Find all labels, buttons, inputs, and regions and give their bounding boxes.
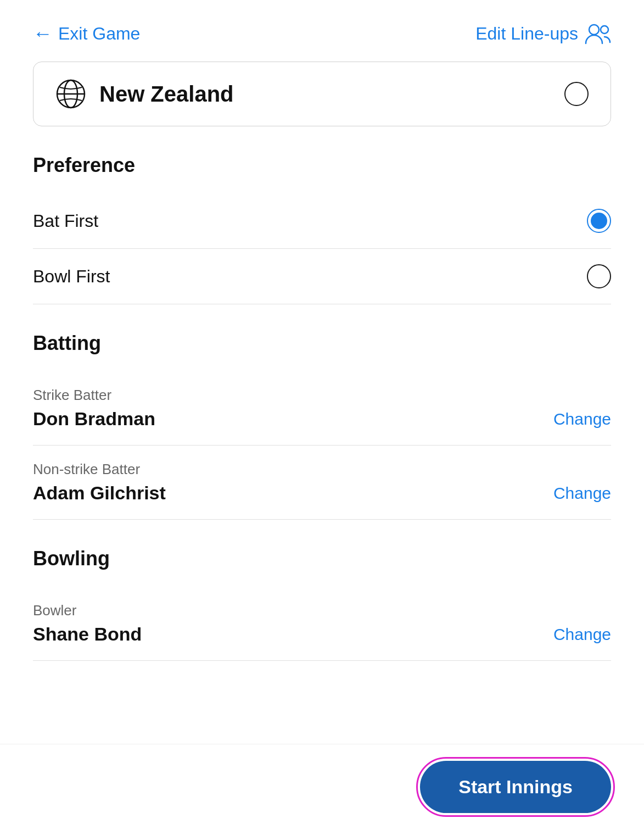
bat-first-label: Bat First xyxy=(33,211,98,231)
team-card-left: New Zealand xyxy=(55,79,234,109)
bat-first-radio[interactable] xyxy=(587,209,611,233)
preference-section: Preference Bat First Bowl First xyxy=(33,154,611,304)
batting-section: Batting Strike Batter Don Bradman Change… xyxy=(33,332,611,520)
globe-icon xyxy=(55,79,86,109)
edit-lineups-button[interactable]: Edit Line-ups xyxy=(475,23,611,44)
bowl-first-radio[interactable] xyxy=(587,264,611,288)
non-strike-batter-info: Adam Gilchrist Change xyxy=(33,482,611,504)
back-arrow-icon: ← xyxy=(33,22,53,45)
non-strike-batter-change-button[interactable]: Change xyxy=(553,484,611,503)
bottom-bar: Start Innings xyxy=(0,744,644,835)
bowler-row: Bowler Shane Bond Change xyxy=(33,587,611,661)
strike-batter-name: Don Bradman xyxy=(33,408,155,430)
bowling-section: Bowling Bowler Shane Bond Change xyxy=(33,547,611,661)
start-innings-button[interactable]: Start Innings xyxy=(420,761,611,813)
non-strike-batter-role: Non-strike Batter xyxy=(33,461,611,478)
team-card: New Zealand xyxy=(33,62,611,126)
team-radio[interactable] xyxy=(564,82,589,106)
non-strike-batter-name: Adam Gilchrist xyxy=(33,482,166,504)
bowl-first-option[interactable]: Bowl First xyxy=(33,249,611,304)
strike-batter-info: Don Bradman Change xyxy=(33,408,611,430)
edit-lineups-label: Edit Line-ups xyxy=(475,24,578,44)
bat-first-option[interactable]: Bat First xyxy=(33,193,611,249)
bowler-change-button[interactable]: Change xyxy=(553,625,611,644)
bowler-info: Shane Bond Change xyxy=(33,624,611,645)
strike-batter-role: Strike Batter xyxy=(33,387,611,404)
bowl-first-label: Bowl First xyxy=(33,266,110,287)
strike-batter-row: Strike Batter Don Bradman Change xyxy=(33,371,611,446)
batting-section-title: Batting xyxy=(33,332,611,355)
svg-point-0 xyxy=(589,25,599,35)
svg-point-1 xyxy=(601,26,608,34)
bowling-section-title: Bowling xyxy=(33,547,611,570)
team-name: New Zealand xyxy=(99,82,234,107)
non-strike-batter-row: Non-strike Batter Adam Gilchrist Change xyxy=(33,446,611,520)
preference-section-title: Preference xyxy=(33,154,611,177)
strike-batter-change-button[interactable]: Change xyxy=(553,410,611,428)
people-icon xyxy=(585,23,611,44)
bowler-name: Shane Bond xyxy=(33,624,142,645)
exit-game-button[interactable]: ← Exit Game xyxy=(33,22,140,45)
exit-game-label: Exit Game xyxy=(58,24,140,44)
bowler-role: Bowler xyxy=(33,602,611,619)
main-content: Preference Bat First Bowl First Batting … xyxy=(0,154,644,661)
header: ← Exit Game Edit Line-ups xyxy=(0,0,644,62)
